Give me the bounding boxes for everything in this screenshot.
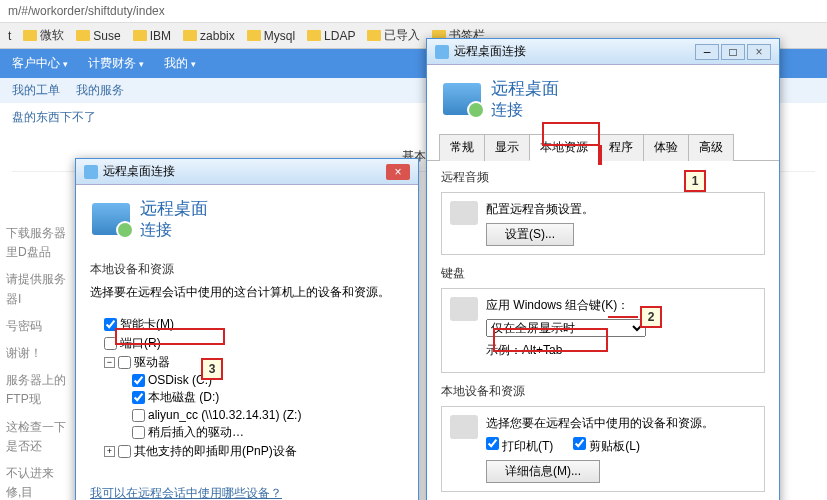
printer-icon — [450, 415, 478, 439]
dialog-tabs: 常规 显示 本地资源 程序 体验 高级 — [427, 133, 779, 161]
dialog-title: 远程桌面 — [491, 77, 559, 100]
minimize-button[interactable]: – — [695, 44, 719, 60]
drives-checkbox[interactable] — [118, 356, 131, 369]
dialog-title: 远程桌面 — [140, 197, 208, 220]
close-button[interactable]: × — [386, 164, 410, 180]
folder-icon — [76, 30, 90, 41]
bookmark-item[interactable]: Mysql — [247, 29, 295, 43]
rdp-details-dialog: 远程桌面连接 × 远程桌面 连接 本地设备和资源 选择要在远程会话中使用的这台计… — [75, 158, 419, 500]
tab-display[interactable]: 显示 — [484, 134, 530, 161]
rdp-monitor-icon — [443, 83, 481, 115]
tab-experience[interactable]: 体验 — [643, 134, 689, 161]
nav-billing[interactable]: 计费财务 — [88, 55, 144, 72]
printer-checkbox[interactable]: 打印机(T) — [486, 439, 553, 453]
titlebar[interactable]: 远程桌面连接 – □ × — [427, 39, 779, 65]
port-checkbox[interactable] — [104, 337, 117, 350]
tab-local-resources[interactable]: 本地资源 — [529, 134, 599, 161]
drive-d-checkbox[interactable] — [132, 391, 145, 404]
drive-c-checkbox[interactable] — [132, 374, 145, 387]
bookmark-item[interactable]: 微软 — [23, 27, 64, 44]
collapse-icon[interactable]: − — [104, 357, 115, 368]
which-devices-link[interactable]: 我可以在远程会话中使用哪些设备？ — [90, 486, 282, 500]
audio-desc: 配置远程音频设置。 — [486, 201, 754, 218]
dialog-subtitle: 连接 — [140, 220, 208, 241]
bookmark-item[interactable]: LDAP — [307, 29, 355, 43]
folder-icon — [367, 30, 381, 41]
remote-audio-label: 远程音频 — [441, 169, 765, 186]
keyboard-icon — [450, 297, 478, 321]
side-text-snippets: 下载服务器里D盘品 请提供服务器I 号密码 谢谢！ 服务器上的FTP现 这检查一… — [0, 220, 75, 500]
drive-later-checkbox[interactable] — [132, 426, 145, 439]
bookmark-item[interactable]: zabbix — [183, 29, 235, 43]
dialog-subtitle: 连接 — [491, 100, 559, 121]
bookmark-item[interactable]: IBM — [133, 29, 171, 43]
local-res-label: 本地设备和资源 — [441, 383, 765, 400]
folder-icon — [23, 30, 37, 41]
keyboard-desc: 应用 Windows 组合键(K)： — [486, 297, 754, 314]
url-bar: m/#/workorder/shiftduty/index — [0, 0, 827, 23]
local-res-desc: 选择您要在远程会话中使用的设备和资源。 — [486, 415, 754, 432]
clipboard-checkbox[interactable]: 剪贴板(L) — [573, 439, 640, 453]
expand-icon[interactable]: + — [104, 446, 115, 457]
local-res-label: 本地设备和资源 — [90, 261, 404, 278]
bookmark-item[interactable]: 已导入 — [367, 27, 420, 44]
nav-myaccount[interactable]: 我的 — [164, 55, 196, 72]
folder-icon — [133, 30, 147, 41]
tab-general[interactable]: 常规 — [439, 134, 485, 161]
tab-my-orders[interactable]: 我的工单 — [12, 82, 60, 99]
tab-my-service[interactable]: 我的服务 — [76, 82, 124, 99]
audio-settings-button[interactable]: 设置(S)... — [486, 223, 574, 246]
details-button[interactable]: 详细信息(M)... — [486, 460, 600, 483]
folder-icon — [307, 30, 321, 41]
bookmark-item[interactable]: Suse — [76, 29, 120, 43]
tab-programs[interactable]: 程序 — [598, 134, 644, 161]
pnp-checkbox[interactable] — [118, 445, 131, 458]
keyboard-combo-select[interactable]: 仅在全屏显示时 — [486, 319, 646, 337]
tab-advanced[interactable]: 高级 — [688, 134, 734, 161]
keyboard-example: 示例：Alt+Tab — [486, 342, 754, 359]
smartcard-checkbox[interactable] — [104, 318, 117, 331]
rdp-monitor-icon — [92, 203, 130, 235]
keyboard-label: 键盘 — [441, 265, 765, 282]
speaker-icon — [450, 201, 478, 225]
nav-customer-center[interactable]: 客户中心 — [12, 55, 68, 72]
titlebar[interactable]: 远程桌面连接 × — [76, 159, 418, 185]
local-res-desc: 选择要在远程会话中使用的这台计算机上的设备和资源。 — [90, 284, 404, 301]
rdp-icon — [435, 45, 449, 59]
rdp-icon — [84, 165, 98, 179]
maximize-button[interactable]: □ — [721, 44, 745, 60]
bookmark-item[interactable]: t — [8, 29, 11, 43]
folder-icon — [247, 30, 261, 41]
rdp-dialog-main: 远程桌面连接 – □ × 远程桌面 连接 常规 显示 本地资源 程序 体验 高级… — [426, 38, 780, 500]
drive-z-checkbox[interactable] — [132, 409, 145, 422]
folder-icon — [183, 30, 197, 41]
close-button[interactable]: × — [747, 44, 771, 60]
